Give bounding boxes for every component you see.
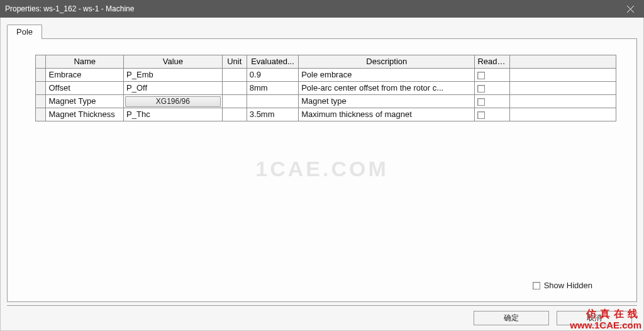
table-row: Magnet ThicknessP_Thc3.5mmMaximum thickn… [36, 108, 616, 121]
title-bar: Properties: ws-1_162 - ws-1 - Machine [0, 0, 644, 18]
checkbox-icon [533, 282, 540, 289]
row-handle[interactable] [36, 82, 46, 95]
cell-extra [510, 108, 616, 121]
col-name[interactable]: Name [46, 55, 124, 69]
show-hidden-label: Show Hidden [544, 281, 592, 290]
grid-header-row: Name Value Unit Evaluated... Description… [36, 55, 616, 69]
cell-evaluated[interactable]: 8mm [247, 82, 298, 95]
value-picker-button[interactable]: XG196/96 [125, 96, 221, 107]
cell-value[interactable]: XG196/96 [124, 95, 223, 108]
cell-evaluated[interactable]: 0.9 [247, 69, 298, 82]
cell-name[interactable]: Embrace [46, 69, 124, 82]
cell-extra [510, 69, 616, 82]
col-unit[interactable]: Unit [222, 55, 247, 69]
row-handle[interactable] [36, 108, 46, 121]
cell-value[interactable]: P_Emb [124, 69, 223, 82]
cell-readonly[interactable] [475, 69, 510, 82]
cell-readonly[interactable] [475, 95, 510, 108]
col-readonly[interactable]: Read-o... [475, 55, 510, 69]
cancel-button[interactable]: 取消 [557, 311, 632, 325]
cell-description[interactable]: Maximum thickness of magnet [299, 108, 475, 121]
checkbox-icon [477, 111, 485, 119]
tab-pole[interactable]: Pole [7, 25, 42, 39]
cell-description[interactable]: Pole embrace [299, 69, 475, 82]
dialog-footer: 确定 取消 [7, 305, 637, 330]
cell-evaluated[interactable] [247, 95, 298, 108]
cell-unit[interactable] [222, 95, 247, 108]
cell-name[interactable]: Offset [46, 82, 124, 95]
table-row: Magnet TypeXG196/96Magnet type [36, 95, 616, 108]
checkbox-icon [477, 98, 485, 106]
cell-description[interactable]: Magnet type [299, 95, 475, 108]
table-row: EmbraceP_Emb0.9Pole embrace [36, 69, 616, 82]
close-icon [627, 6, 634, 13]
cell-description[interactable]: Pole-arc center offset from the rotor c.… [299, 82, 475, 95]
cell-value[interactable]: P_Off [124, 82, 223, 95]
properties-grid: Name Value Unit Evaluated... Description… [35, 55, 616, 121]
tab-divider [7, 38, 637, 39]
close-button[interactable] [616, 0, 644, 18]
row-handle[interactable] [36, 69, 46, 82]
cell-value[interactable]: P_Thc [124, 108, 223, 121]
cell-name[interactable]: Magnet Thickness [46, 108, 124, 121]
col-extra[interactable] [510, 55, 616, 69]
show-hidden-checkbox[interactable]: Show Hidden [533, 281, 592, 290]
col-evaluated[interactable]: Evaluated... [247, 55, 298, 69]
cell-extra [510, 95, 616, 108]
ok-button[interactable]: 确定 [474, 311, 549, 325]
tab-page: Name Value Unit Evaluated... Description… [7, 38, 637, 302]
col-value[interactable]: Value [124, 55, 223, 69]
cell-unit[interactable] [222, 82, 247, 95]
tab-strip: Pole [7, 24, 42, 38]
checkbox-icon [477, 72, 485, 79]
cell-extra [510, 82, 616, 95]
cell-unit[interactable] [222, 108, 247, 121]
table-row: OffsetP_Off8mmPole-arc center offset fro… [36, 82, 616, 95]
col-rowhandle[interactable] [36, 55, 46, 69]
cell-readonly[interactable] [475, 108, 510, 121]
checkbox-icon [477, 85, 485, 93]
cell-unit[interactable] [222, 69, 247, 82]
window-title: Properties: ws-1_162 - ws-1 - Machine [5, 4, 616, 13]
cell-readonly[interactable] [475, 82, 510, 95]
row-handle[interactable] [36, 95, 46, 108]
dialog-body: Pole Name Value Unit Evaluated... Descri… [0, 18, 644, 331]
cell-evaluated[interactable]: 3.5mm [247, 108, 298, 121]
col-description[interactable]: Description [299, 55, 475, 69]
cell-name[interactable]: Magnet Type [46, 95, 124, 108]
